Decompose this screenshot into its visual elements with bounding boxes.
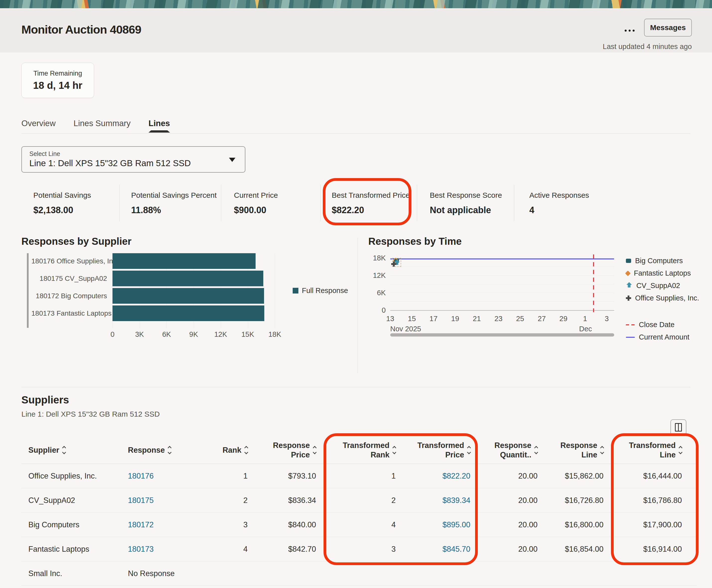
cell-transformed_price: $839.34 — [403, 496, 478, 505]
response-link[interactable]: 180176 — [128, 471, 154, 481]
kpi-label: Potential Savings — [33, 191, 91, 200]
column-header-transformed_price[interactable]: TransformedPrice — [403, 441, 478, 460]
column-header-response_quantity[interactable]: ResponseQuantit.. — [478, 441, 545, 460]
transformed_price-link[interactable]: $822.20 — [443, 471, 470, 481]
charts-divider — [358, 237, 358, 373]
time-chart-y-tick: 18K — [368, 254, 386, 262]
tab-overview[interactable]: Overview — [21, 119, 56, 132]
kpi-value: Not applicable — [430, 205, 502, 215]
column-header-response[interactable]: Response — [121, 445, 196, 455]
time-chart-gridline — [390, 310, 614, 311]
sort-icon[interactable] — [313, 446, 316, 454]
bar-chart-x-tick: 3K — [130, 330, 149, 338]
time-chart-x-tick: 15 — [404, 315, 419, 323]
table-row: Fantastic Laptops1801734$842.703$845.702… — [21, 537, 697, 561]
sort-icon[interactable] — [535, 446, 537, 454]
legend-item-current-amount: Current Amount — [626, 333, 699, 341]
sort-icon[interactable] — [393, 446, 396, 454]
transformed_price-link[interactable]: $845.70 — [443, 545, 470, 554]
messages-button[interactable]: Messages — [644, 19, 692, 37]
kpi-divider — [417, 185, 417, 222]
bar-chart-x-tick: 18K — [265, 330, 285, 338]
cell-response_line: $15,862.00 — [545, 471, 611, 481]
sort-icon[interactable] — [679, 446, 682, 454]
kpi-label: Active Responses — [529, 191, 589, 200]
more-actions-button[interactable] — [621, 24, 638, 38]
monitor-auction-page: Monitor Auction 40869 Messages Last upda… — [0, 0, 712, 588]
kpi-divider — [119, 185, 120, 222]
time-chart-y-tick: 6K — [368, 289, 386, 297]
time-chart-gridline — [390, 293, 614, 293]
column-header-transformed_line[interactable]: TransformedLine — [611, 441, 697, 460]
full-response-legend-swatch — [293, 288, 298, 294]
sort-icon[interactable] — [468, 446, 470, 454]
time-chart-gridline — [390, 267, 614, 267]
column-header-supplier[interactable]: Supplier — [21, 445, 121, 455]
column-header-response_price[interactable]: ResponsePrice — [255, 441, 324, 460]
cell-supplier: Office Supplies, Inc. — [21, 471, 121, 481]
legend-item-big-computers: Big Computers — [626, 257, 699, 265]
cell-rank: 4 — [196, 545, 255, 554]
line-marker-icon — [626, 337, 635, 338]
kpi-divider — [514, 185, 514, 222]
bar-180175 — [113, 271, 263, 286]
cell-transformed_price: $845.70 — [403, 545, 478, 554]
sort-icon[interactable] — [63, 446, 65, 454]
transformed_price-link[interactable]: $895.00 — [443, 520, 470, 529]
kpi-value: $900.00 — [234, 205, 278, 215]
kpi-best-response-score: Best Response ScoreNot applicable — [430, 191, 502, 215]
current-amount-line — [390, 258, 614, 259]
cell-transformed_line: $16,914.00 — [611, 545, 697, 554]
sort-icon[interactable] — [168, 446, 171, 454]
time-chart-x-tick: 25 — [513, 315, 528, 323]
kpi-divider — [320, 185, 321, 222]
kpi-active-responses: Active Responses4 — [529, 191, 589, 215]
select-line-dropdown[interactable]: Select Line Line 1: Dell XPS 15"32 GB Ra… — [21, 146, 245, 173]
time-chart-x-tick: 1 — [577, 315, 593, 323]
kpi-value: 4 — [529, 205, 589, 215]
kpi-divider — [221, 185, 221, 222]
column-header-response_line[interactable]: ResponseLine — [545, 441, 611, 460]
bar-chart-legend: Full Response — [293, 287, 348, 295]
transformed_price-link[interactable]: $839.34 — [443, 496, 470, 505]
legend-label: Close Date — [639, 321, 674, 329]
select-line-label: Select Line — [29, 150, 60, 158]
chevron-down-icon — [229, 158, 236, 162]
kpi-label: Current Price — [234, 191, 278, 200]
column-header-label: TransformedPrice — [418, 441, 464, 460]
cell-transformed_rank: 4 — [324, 520, 403, 529]
cell-response_quantity: 20.00 — [478, 545, 545, 554]
tab-lines-summary[interactable]: Lines Summary — [74, 119, 131, 132]
response-link[interactable]: 180173 — [128, 545, 154, 554]
table-row: Big Computers1801723$840.004$895.0020.00… — [21, 512, 697, 537]
sort-icon[interactable] — [245, 446, 248, 454]
time-chart-scrollbar[interactable] — [390, 333, 614, 337]
cell-response_line: $16,854.00 — [545, 545, 611, 554]
column-header-label: Supplier — [28, 445, 59, 455]
tab-label: Lines — [148, 119, 170, 128]
manage-columns-button[interactable] — [670, 419, 686, 435]
response-link[interactable]: 180172 — [128, 520, 154, 529]
bar-chart-x-tick: 15K — [238, 330, 258, 338]
cell-transformed_price: $822.20 — [403, 471, 478, 481]
response-link[interactable]: 180175 — [128, 496, 154, 505]
plus-marker-icon — [626, 295, 631, 301]
bar-180172 — [113, 288, 264, 304]
cell-response: 180175 — [121, 496, 196, 505]
legend-label: CV_SuppA02 — [636, 281, 680, 290]
legend-label: Office Supplies, Inc. — [635, 294, 699, 302]
tab-active-indicator — [74, 130, 131, 132]
column-header-label: TransformedLine — [629, 441, 676, 460]
diamond-marker-icon — [625, 270, 631, 276]
legend-label: Fantastic Laptops — [634, 269, 691, 277]
tab-label: Lines Summary — [74, 119, 131, 128]
cell-rank: 2 — [196, 496, 255, 505]
tab-lines[interactable]: Lines — [148, 119, 170, 132]
column-header-rank[interactable]: Rank — [196, 445, 255, 455]
sort-icon[interactable] — [601, 446, 604, 454]
column-header-transformed_rank[interactable]: TransformedRank — [324, 441, 403, 460]
legend-label: Big Computers — [635, 257, 683, 265]
bar-chart-axis-bar — [27, 253, 28, 328]
arrow-marker-icon — [626, 281, 632, 290]
legend-item-close-date: Close Date — [626, 321, 699, 329]
